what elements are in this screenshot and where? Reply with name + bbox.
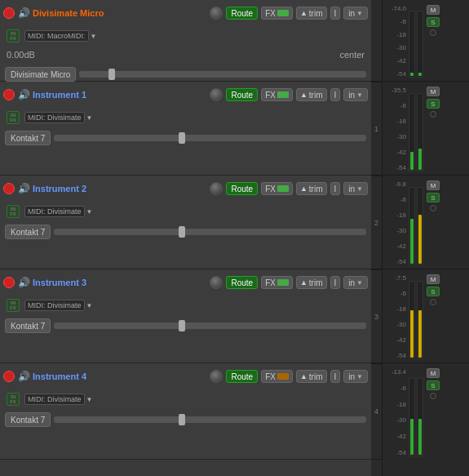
plugin-button-2[interactable]: Kontakt 7 — [5, 131, 51, 145]
solo-s-button-4[interactable]: S — [427, 287, 440, 296]
fx-button-4[interactable]: FX — [261, 276, 293, 289]
track-num-cell-1 — [371, 0, 382, 82]
trim-button-4[interactable]: ▲ trim — [296, 276, 327, 289]
meter-track-4: -7.5 -6 -18 -30 -42 -54 M S — [383, 269, 469, 363]
fader-5[interactable] — [54, 416, 366, 423]
volume-dial-2[interactable] — [210, 88, 223, 101]
io-button-3[interactable]: I — [330, 182, 341, 195]
clip-indicator-3 — [430, 205, 436, 211]
midi-if-label-3: IN FX — [7, 205, 20, 218]
in-button-2[interactable]: in ▼ — [343, 88, 368, 101]
meter-track-2: -35.5 -6 -18 -30 -42 -54 M S — [383, 82, 469, 176]
record-button-1[interactable] — [3, 7, 15, 19]
track-name-2: Instrument 1 — [33, 90, 206, 100]
track-num-cell-3: 2 — [371, 176, 382, 269]
plugin-button-4[interactable]: Kontakt 7 — [5, 318, 51, 333]
track-num-cell-2: 1 — [371, 82, 382, 176]
midi-source-3[interactable]: MIDI: Divisimate ▼ — [24, 206, 92, 217]
track-info-1: 0.00dB center — [0, 46, 371, 64]
meter-bar-l-1 — [410, 73, 414, 76]
fx-button-5[interactable]: FX — [261, 370, 293, 383]
mute-m-button-3[interactable]: M — [427, 180, 440, 190]
ms-buttons-3: M S — [423, 179, 440, 265]
midi-if-label-1: IN FX — [7, 29, 20, 42]
plugin-button-1[interactable]: Divisimate Micro — [5, 67, 76, 82]
record-button-2[interactable] — [3, 89, 15, 100]
midi-if-label-2: IN FX — [7, 111, 20, 124]
clip-indicator-1 — [430, 29, 436, 36]
solo-s-button-3[interactable]: S — [427, 193, 440, 202]
plugin-button-3[interactable]: Kontakt 7 — [5, 225, 51, 239]
fader-4[interactable] — [54, 323, 366, 329]
io-button-4[interactable]: I — [330, 276, 341, 289]
track-name-1: Divisimate Micro — [33, 8, 206, 18]
mute-m-button-2[interactable]: M — [427, 87, 440, 96]
mute-icon-2[interactable]: 🔊 — [18, 89, 29, 100]
mute-m-button-5[interactable]: M — [427, 368, 440, 378]
solo-s-button-2[interactable]: S — [427, 99, 440, 109]
meter-bar-l-3 — [410, 219, 414, 264]
meter-bar-r-4 — [418, 310, 422, 358]
db-scale-2: -35.5 -6 -18 -30 -42 -54 — [384, 85, 409, 171]
trim-button-1[interactable]: ▲ trim — [296, 7, 327, 20]
meter-column: -74.0 -6 -18 -30 -42 -54 M S — [383, 0, 469, 476]
ms-buttons-1: M S — [423, 3, 440, 78]
record-button-3[interactable] — [3, 183, 15, 194]
meter-bars-5 — [409, 367, 423, 456]
io-button-2[interactable]: I — [330, 88, 341, 101]
mute-icon-4[interactable]: 🔊 — [18, 277, 29, 288]
meter-bar-l-2 — [410, 152, 414, 170]
in-button-3[interactable]: in ▼ — [343, 182, 368, 195]
volume-dial-5[interactable] — [210, 370, 223, 383]
midi-source-1[interactable]: MIDI: MacroMIDI: ▼ — [24, 30, 96, 42]
solo-s-button-1[interactable]: S — [427, 17, 440, 27]
fx-button-3[interactable]: FX — [261, 182, 293, 195]
mute-icon-3[interactable]: 🔊 — [18, 183, 29, 194]
record-button-4[interactable] — [3, 277, 15, 288]
clip-indicator-5 — [430, 393, 436, 399]
db-scale-3: -9.8 -6 -18 -30 -42 -54 — [384, 179, 409, 265]
route-button-4[interactable]: Route — [226, 276, 258, 289]
fader-2[interactable] — [54, 135, 366, 141]
route-button-3[interactable]: Route — [226, 182, 258, 195]
route-button-1[interactable]: Route — [226, 7, 258, 20]
db-scale-4: -7.5 -6 -18 -30 -42 -54 — [384, 273, 409, 359]
plugin-button-5[interactable]: Kontakt 7 — [5, 412, 51, 427]
track-4: 🔊 Instrument 3 Route FX ▲ trim I in ▼ IN… — [0, 269, 371, 363]
fader-1[interactable] — [79, 71, 366, 78]
trim-button-3[interactable]: ▲ trim — [296, 182, 327, 195]
in-button-4[interactable]: in ▼ — [343, 276, 368, 289]
fader-3[interactable] — [54, 229, 366, 235]
mute-m-button-1[interactable]: M — [427, 5, 440, 15]
fx-bar-3 — [277, 185, 289, 192]
track-2: 🔊 Instrument 1 Route FX ▲ trim I in ▼ IN… — [0, 82, 371, 176]
route-button-2[interactable]: Route — [226, 88, 258, 101]
volume-dial-3[interactable] — [210, 182, 223, 195]
meter-bar-r-3 — [418, 215, 422, 264]
volume-dial-4[interactable] — [210, 276, 223, 289]
midi-source-4[interactable]: MIDI: Divisimate ▼ — [24, 300, 92, 311]
fx-bar-5 — [277, 373, 289, 380]
mute-icon-1[interactable]: 🔊 — [18, 7, 29, 19]
mute-m-button-4[interactable]: M — [427, 274, 440, 284]
solo-s-button-5[interactable]: S — [427, 380, 440, 390]
ms-buttons-2: M S — [423, 85, 440, 171]
meter-bars-4 — [409, 273, 423, 359]
volume-dial-1[interactable] — [210, 7, 223, 20]
route-button-5[interactable]: Route — [226, 370, 258, 383]
midi-source-5[interactable]: MIDI: Divisimate ▼ — [24, 394, 92, 405]
midi-source-2[interactable]: MIDI: Divisimate ▼ — [24, 112, 92, 123]
fx-button-1[interactable]: FX — [261, 7, 293, 20]
io-button-1[interactable]: I — [330, 7, 341, 20]
record-button-5[interactable] — [3, 371, 15, 382]
mute-icon-5[interactable]: 🔊 — [18, 371, 29, 382]
ms-buttons-4: M S — [423, 273, 440, 359]
io-button-5[interactable]: I — [330, 370, 341, 383]
fx-button-2[interactable]: FX — [261, 88, 293, 101]
ms-buttons-5: M S — [423, 367, 440, 456]
trim-button-5[interactable]: ▲ trim — [296, 370, 327, 383]
in-button-5[interactable]: in ▼ — [343, 370, 368, 383]
in-button-1[interactable]: in ▼ — [343, 7, 368, 20]
fx-bar-2 — [277, 91, 289, 98]
trim-button-2[interactable]: ▲ trim — [296, 88, 327, 101]
